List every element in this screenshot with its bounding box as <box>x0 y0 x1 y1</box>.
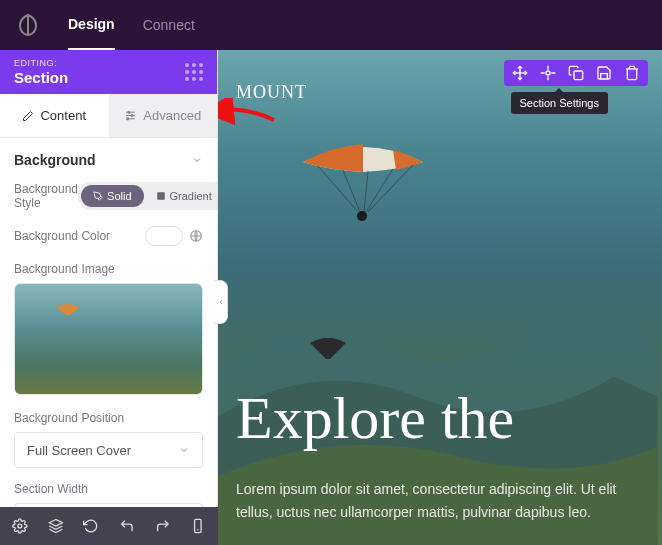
bottom-toolbar <box>0 507 218 545</box>
tab-content-label: Content <box>40 108 86 123</box>
move-icon[interactable] <box>512 65 528 81</box>
sliders-icon <box>124 109 137 122</box>
section-width-label: Section Width <box>14 482 203 496</box>
svg-rect-10 <box>195 519 202 532</box>
bg-position-label: Background Position <box>14 411 203 425</box>
svg-point-17 <box>357 211 367 221</box>
redo-icon[interactable] <box>155 518 171 534</box>
bg-style-gradient[interactable]: Gradient <box>144 185 217 207</box>
bg-position-value: Full Screen Cover <box>27 443 131 458</box>
hero-paragraph[interactable]: Lorem ipsum dolor sit amet, consectetur … <box>236 478 644 523</box>
drag-handle-icon[interactable] <box>185 63 203 81</box>
mobile-icon[interactable] <box>190 518 206 534</box>
tab-advanced-label: Advanced <box>143 108 201 123</box>
top-navbar: Design Connect <box>0 0 662 50</box>
paraglider-main-icon <box>298 140 428 230</box>
trash-icon[interactable] <box>624 65 640 81</box>
nav-tab-design[interactable]: Design <box>68 0 115 51</box>
editing-header: EDITING: Section <box>0 50 217 94</box>
svg-rect-21 <box>574 71 583 80</box>
gear-icon[interactable] <box>12 518 28 534</box>
bg-style-gradient-label: Gradient <box>170 190 212 202</box>
gradient-icon <box>156 191 166 201</box>
layers-icon[interactable] <box>48 518 64 534</box>
editor-sidebar: EDITING: Section Content Advanced Backgr… <box>0 50 218 545</box>
bg-color-label: Background Color <box>14 229 110 243</box>
copy-icon[interactable] <box>568 65 584 81</box>
undo-icon[interactable] <box>119 518 135 534</box>
nav-tab-connect[interactable]: Connect <box>143 1 195 49</box>
svg-point-8 <box>18 524 22 528</box>
svg-line-16 <box>368 165 413 212</box>
group-background-header[interactable]: Background <box>14 152 203 168</box>
bg-position-select[interactable]: Full Screen Cover <box>14 432 203 468</box>
editing-label: EDITING: <box>14 58 68 68</box>
paraglider-small-icon <box>308 335 348 363</box>
panel-tabs: Content Advanced <box>0 94 217 138</box>
pencil-icon <box>22 110 34 122</box>
group-background-title: Background <box>14 152 96 168</box>
bg-style-row: Background Style Solid Gradient <box>14 182 203 210</box>
hero-heading[interactable]: Explore the <box>236 384 514 453</box>
brush-icon <box>93 191 103 201</box>
bg-style-segmented: Solid Gradient <box>78 182 217 210</box>
section-settings-tooltip: Section Settings <box>511 92 609 114</box>
svg-line-13 <box>343 170 360 212</box>
bg-style-label: Background Style <box>14 182 78 210</box>
bg-image-label: Background Image <box>14 262 203 276</box>
history-icon[interactable] <box>83 518 99 534</box>
chevron-down-icon <box>178 444 190 456</box>
tab-content[interactable]: Content <box>0 94 109 137</box>
bg-image-preview[interactable] <box>14 283 203 395</box>
chevron-left-icon <box>217 297 225 307</box>
svg-point-3 <box>128 111 130 113</box>
svg-point-4 <box>131 114 133 116</box>
bg-color-row: Background Color <box>14 226 203 246</box>
svg-point-20 <box>546 71 550 75</box>
bg-style-solid-label: Solid <box>107 190 131 202</box>
section-toolbar <box>504 60 648 86</box>
app-logo-icon <box>16 13 40 37</box>
svg-rect-6 <box>157 192 165 200</box>
save-icon[interactable] <box>596 65 612 81</box>
tab-advanced[interactable]: Advanced <box>109 94 218 137</box>
content-panel: Background Background Style Solid Gradie… <box>0 138 217 545</box>
canvas-preview[interactable]: Section Settings MOUNT Explore the Lorem… <box>218 50 662 545</box>
site-brand: MOUNT <box>236 82 307 103</box>
svg-line-14 <box>364 171 368 212</box>
bg-color-swatch[interactable] <box>145 226 183 246</box>
settings-icon[interactable] <box>540 65 556 81</box>
svg-marker-9 <box>49 519 62 526</box>
paraglider-icon <box>55 302 81 318</box>
svg-point-5 <box>127 118 129 120</box>
globe-icon[interactable] <box>189 229 203 243</box>
sidebar-collapse-handle[interactable] <box>214 280 228 324</box>
bg-style-solid[interactable]: Solid <box>81 185 143 207</box>
chevron-down-icon <box>191 154 203 166</box>
editing-target: Section <box>14 69 68 86</box>
svg-line-12 <box>318 166 358 212</box>
hero-section <box>218 50 662 545</box>
